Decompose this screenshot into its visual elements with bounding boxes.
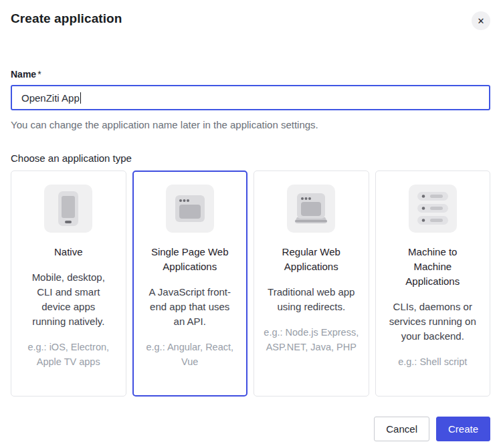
application-name-value: OpenZiti App bbox=[21, 92, 80, 104]
modal-footer: Cancel Create bbox=[11, 417, 490, 441]
server-list-icon bbox=[409, 185, 457, 233]
type-card-example: e.g.: Shell script bbox=[376, 354, 490, 369]
modal-title: Create application bbox=[11, 11, 122, 26]
create-application-modal: Create application ✕ Name* OpenZiti App … bbox=[0, 0, 501, 441]
browser-window-icon bbox=[166, 185, 214, 233]
name-helper-text: You can change the application name late… bbox=[11, 119, 490, 130]
type-card-description: CLIs, daemons or services running on you… bbox=[376, 300, 490, 344]
type-card-title: Single Page Web Applications bbox=[134, 245, 247, 274]
type-card-regular-web[interactable]: Regular Web Applications Traditional web… bbox=[254, 171, 369, 397]
type-card-description: Mobile, desktop, CLI and smart device ap… bbox=[11, 270, 126, 329]
desktop-browser-icon bbox=[287, 185, 335, 233]
mobile-phone-icon bbox=[44, 185, 92, 233]
type-card-example: e.g.: iOS, Electron, Apple TV apps bbox=[11, 340, 126, 369]
text-caret bbox=[80, 92, 81, 104]
required-mark: * bbox=[37, 69, 41, 80]
modal-header: Create application ✕ bbox=[11, 0, 490, 30]
type-card-title: Regular Web Applications bbox=[254, 245, 369, 274]
type-card-title: Machine to Machine Applications bbox=[376, 245, 490, 289]
close-button[interactable]: ✕ bbox=[472, 11, 490, 30]
type-card-description: Traditional web app using redirects. bbox=[254, 285, 369, 314]
create-button[interactable]: Create bbox=[436, 417, 490, 441]
type-card-m2m[interactable]: Machine to Machine Applications CLIs, da… bbox=[375, 171, 491, 397]
type-card-description: A JavaScript front-end app that uses an … bbox=[134, 285, 247, 329]
application-type-grid: Native Mobile, desktop, CLI and smart de… bbox=[11, 171, 490, 397]
choose-type-label: Choose an application type bbox=[11, 152, 490, 164]
name-field-label: Name* bbox=[11, 69, 490, 80]
close-icon: ✕ bbox=[478, 17, 485, 25]
type-card-example: e.g.: Angular, React, Vue bbox=[134, 340, 247, 369]
type-card-native[interactable]: Native Mobile, desktop, CLI and smart de… bbox=[11, 171, 126, 397]
type-card-title: Native bbox=[11, 245, 126, 259]
type-card-example: e.g.: Node.js Express, ASP.NET, Java, PH… bbox=[254, 325, 369, 354]
application-name-input[interactable]: OpenZiti App bbox=[11, 85, 490, 110]
type-card-spa[interactable]: Single Page Web Applications A JavaScrip… bbox=[132, 171, 248, 397]
cancel-button[interactable]: Cancel bbox=[374, 417, 429, 441]
